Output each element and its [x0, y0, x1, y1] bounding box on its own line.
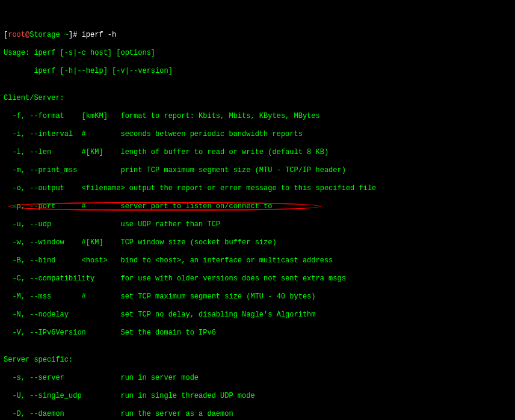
opt-bind: -B, --bind <host> bind to <host>, an int… — [4, 256, 511, 265]
opt-interval: -i, --interval # seconds between periodi… — [4, 130, 511, 139]
opt-udp: -u, --udp use UDP rather than TCP — [4, 220, 511, 229]
command: iperf -h — [77, 31, 116, 39]
usage-2: iperf [-h|--help] [-v|--version] — [4, 67, 511, 76]
opt-output: -o, --output <filename> output the repor… — [4, 184, 511, 193]
opt-compatibility: -C, --compatibility for use with older v… — [4, 274, 511, 283]
opt-mss: -M, --mss # set TCP maximum segment size… — [4, 292, 511, 301]
opt-format: -f, --format [kmKM] format to report: Kb… — [4, 112, 511, 121]
section-server: Server specific: — [4, 356, 511, 365]
opt-window: -w, --window #[KM] TCP window size (sock… — [4, 238, 511, 247]
highlight-circle-icon — [8, 202, 321, 211]
opt-server: -s, --server run in server mode — [4, 374, 511, 383]
opt-port: -p, --port # server port to listen on/co… — [4, 202, 511, 211]
opt-single-udp: -U, --single_udp run in single threaded … — [4, 392, 511, 401]
prompt-user: root — [8, 31, 25, 39]
opt-print-mss: -m, --print_mss print TCP maximum segmen… — [4, 166, 511, 175]
section-client-server: Client/Server: — [4, 94, 511, 103]
opt-daemon: -D, --daemon run the server as a daemon — [4, 410, 511, 419]
opt-ipv6: -V, --IPv6Version Set the domain to IPv6 — [4, 329, 511, 338]
opt-len: -l, --len #[KM] length of buffer to read… — [4, 148, 511, 157]
opt-nodelay: -N, --nodelay set TCP no delay, disablin… — [4, 310, 511, 320]
usage-1: Usage: iperf [-s|-c host] [options] — [4, 49, 511, 58]
prompt-line-1[interactable]: [root@Storage ~]# iperf -h — [4, 31, 511, 40]
